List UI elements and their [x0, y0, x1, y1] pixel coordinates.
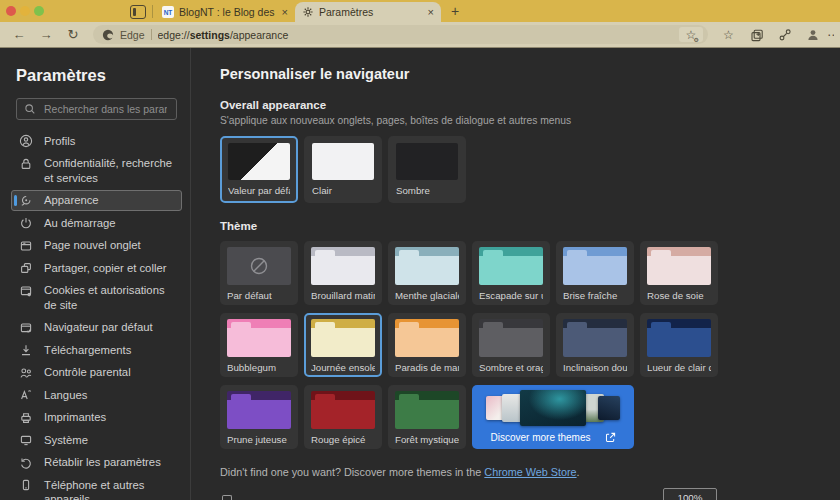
settings-search[interactable]: [16, 98, 177, 120]
theme-card-menthe-glaciale[interactable]: Menthe glaciale: [388, 241, 466, 305]
sidebar-item-profils[interactable]: Profils: [11, 130, 182, 152]
profile-button[interactable]: [799, 27, 826, 42]
theme-label: Prune juteuse: [227, 434, 291, 445]
tab-actions-menu-icon[interactable]: [130, 5, 146, 19]
search-input[interactable]: [42, 102, 169, 116]
close-window-button[interactable]: [6, 6, 16, 16]
theme-label: Rose de soie: [647, 290, 711, 301]
theme-card-paradis-de-mangue[interactable]: Paradis de mangue: [388, 313, 466, 377]
theme-card-foret-mystique[interactable]: Forêt mystique: [388, 385, 466, 449]
theme-label: Bubblegum: [227, 362, 291, 373]
monitor-icon: [19, 433, 33, 447]
sidebar-item-label: Rétablir les paramètres: [44, 455, 161, 470]
tab-divider: [152, 5, 153, 18]
sidebar-item-label: Navigateur par défaut: [44, 320, 153, 335]
person-icon: [19, 134, 33, 148]
address-divider: [151, 29, 152, 40]
search-icon: [24, 103, 36, 115]
default-browser-icon: [19, 321, 33, 335]
settings-main: Personnaliser le navigateur Overall appe…: [191, 48, 840, 500]
appearance-option-light[interactable]: Clair: [304, 136, 382, 203]
theme-label: Escapade sur un...: [479, 290, 543, 301]
toolbar: ← → ↻ Edge edge://settings/appearance ☆ …: [0, 22, 840, 48]
url-text: edge://settings/appearance: [158, 29, 673, 41]
share-button[interactable]: [771, 27, 798, 42]
theme-card-lueur-de-clair[interactable]: Lueur de clair de ...: [640, 313, 718, 377]
theme-label: Journée ensoleillée: [311, 362, 375, 373]
collections-button[interactable]: [743, 27, 770, 42]
tab-title: Paramètres: [319, 6, 423, 18]
sidebar-item-langues[interactable]: Langues: [11, 384, 182, 406]
theme-heading: Thème: [220, 220, 840, 232]
theme-card-brouillard-matinal[interactable]: Brouillard matinal: [304, 241, 382, 305]
blognt-favicon: NT: [162, 6, 174, 18]
appearance-thumb-dark: [396, 143, 458, 180]
sidebar-item-page-nouvel-onglet[interactable]: Page nouvel onglet: [11, 235, 182, 257]
new-tab-page-icon: [19, 239, 33, 253]
sidebar-item-apparence[interactable]: Apparence: [11, 190, 182, 212]
favorites-button[interactable]: ☆: [715, 28, 742, 42]
theme-label: Brise fraîche: [563, 290, 627, 301]
address-bar[interactable]: Edge edge://settings/appearance ☆ ⚙: [93, 25, 708, 44]
back-button[interactable]: ←: [6, 27, 32, 42]
theme-card-prune-juteuse[interactable]: Prune juteuse: [220, 385, 298, 449]
sidebar-item-label: Cookies et autorisations de site: [44, 283, 174, 312]
sidebar-item-cookies[interactable]: Cookies et autorisations de site: [11, 280, 182, 316]
sidebar-item-label: Téléphone et autres appareils: [44, 478, 174, 500]
more-menu-button[interactable]: ⋯: [827, 28, 834, 42]
theme-card-sombre-et-orageux[interactable]: Sombre et orageux: [472, 313, 550, 377]
sidebar-item-controle-parental[interactable]: Contrôle parental: [11, 362, 182, 384]
sidebar-item-telechargements[interactable]: Téléchargements: [11, 339, 182, 361]
sidebar-item-systeme[interactable]: Système: [11, 429, 182, 451]
close-tab-icon[interactable]: ×: [282, 7, 288, 18]
forward-button[interactable]: →: [33, 27, 59, 42]
theme-label: Sombre et orageux: [479, 362, 543, 373]
theme-card-bubblegum[interactable]: Bubblegum: [220, 313, 298, 377]
theme-card-par-defaut[interactable]: Par défaut: [220, 241, 298, 305]
sidebar-item-imprimantes[interactable]: Imprimantes: [11, 407, 182, 429]
share-copy-icon: [19, 261, 33, 275]
close-tab-icon[interactable]: ×: [428, 7, 434, 18]
new-tab-button[interactable]: +: [451, 3, 459, 19]
tab-title: BlogNT : le Blog des Nouvelle...: [179, 6, 277, 18]
theme-card-journee-ensoleillee[interactable]: Journée ensoleillée: [304, 313, 382, 377]
sidebar-item-confidentialite[interactable]: Confidentialité, recherche et services: [11, 153, 182, 189]
page-title: Personnaliser le navigateur: [220, 66, 840, 82]
chrome-store-note: Didn't find one you want? Discover more …: [220, 466, 840, 478]
reset-icon: [19, 456, 33, 470]
add-favorite-button[interactable]: ☆ ⚙: [679, 27, 703, 42]
zoom-level-select[interactable]: 100%: [663, 488, 717, 500]
maximize-window-button[interactable]: [34, 6, 44, 16]
sidebar-item-navigateur-par-defaut[interactable]: Navigateur par défaut: [11, 317, 182, 339]
chrome-web-store-link[interactable]: Chrome Web Store: [484, 466, 576, 478]
tab-blognt[interactable]: NT BlogNT : le Blog des Nouvelle... ×: [155, 2, 295, 22]
theme-card-inclinaison-douce[interactable]: Inclinaison douce: [556, 313, 634, 377]
theme-previews: [478, 390, 628, 426]
sidebar-item-au-demarrage[interactable]: Au démarrage: [11, 212, 182, 234]
sidebar-item-label: Système: [44, 433, 88, 448]
no-theme-icon: [248, 255, 270, 277]
discover-more-themes-card[interactable]: Discover more themes: [472, 385, 634, 449]
theme-card-escapade[interactable]: Escapade sur un...: [472, 241, 550, 305]
discover-label: Discover more themes: [490, 432, 590, 443]
settings-sidebar: Paramètres Profils Confidentialité, rech…: [0, 48, 190, 500]
sidebar-item-partager[interactable]: Partager, copier et coller: [11, 257, 182, 279]
favorite-gear-icon: ⚙: [694, 36, 699, 43]
sidebar-item-label: Partager, copier et coller: [44, 261, 166, 276]
edge-logo-icon: [102, 29, 114, 41]
sidebar-item-retablir[interactable]: Rétablir les paramètres: [11, 452, 182, 474]
theme-card-rouge-epice[interactable]: Rouge épicé: [304, 385, 382, 449]
tab-parametres[interactable]: Paramètres ×: [295, 2, 441, 22]
theme-label: Forêt mystique: [395, 434, 459, 445]
reload-button[interactable]: ↻: [60, 27, 86, 42]
appearance-option-dark[interactable]: Sombre: [388, 136, 466, 203]
overall-appearance-subtitle: S'applique aux nouveaux onglets, pages, …: [220, 115, 840, 126]
theme-card-brise-fraiche[interactable]: Brise fraîche: [556, 241, 634, 305]
minimize-window-button[interactable]: [20, 6, 30, 16]
lock-icon: [19, 157, 33, 171]
avatar-icon: [806, 28, 820, 42]
sidebar-item-telephone[interactable]: Téléphone et autres appareils: [11, 474, 182, 500]
appearance-option-default[interactable]: Valeur par défaut...: [220, 136, 298, 203]
theme-card-rose-de-soie[interactable]: Rose de soie: [640, 241, 718, 305]
appearance-options: Valeur par défaut... Clair Sombre: [220, 136, 840, 203]
